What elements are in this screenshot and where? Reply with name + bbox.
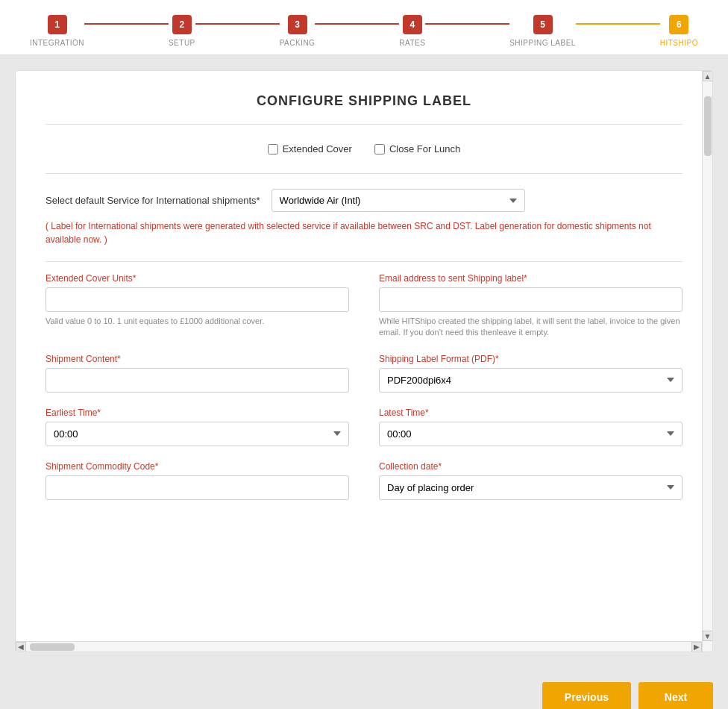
- shipping-label-format-group: Shipping Label Format (PDF)* PDF200dpi6x…: [379, 354, 682, 393]
- commodity-code-input[interactable]: [46, 475, 349, 500]
- step-setup: 2 SETUP: [169, 15, 195, 47]
- collection-date-label: Collection date*: [379, 461, 682, 472]
- divider-1: [46, 124, 682, 125]
- email-address-hint: While HITShipo created the shipping labe…: [379, 316, 682, 339]
- connector-5-6: [576, 23, 660, 25]
- info-text: ( Label for International shipments were…: [46, 219, 682, 246]
- nav-buttons: Previous Next: [0, 667, 728, 709]
- step-circle-4: 4: [403, 15, 422, 34]
- close-for-lunch-label[interactable]: Close For Lunch: [374, 143, 460, 154]
- scroll-up-arrow[interactable]: ▲: [703, 71, 713, 81]
- step-circle-2: 2: [172, 15, 192, 34]
- step-label-shipping: SHIPPING LABEL: [509, 39, 576, 47]
- commodity-code-label: Shipment Commodity Code*: [46, 461, 349, 472]
- step-rates: 4 RATES: [399, 15, 425, 47]
- next-button[interactable]: Next: [638, 682, 713, 709]
- extended-cover-units-input[interactable]: [46, 287, 349, 312]
- scroll-right-arrow[interactable]: ▶: [691, 642, 702, 652]
- close-for-lunch-checkbox[interactable]: [374, 144, 385, 154]
- horizontal-scrollbar[interactable]: ◀ ▶: [16, 641, 702, 652]
- email-address-group: Email address to sent Shipping label* Wh…: [379, 273, 682, 339]
- previous-button[interactable]: Previous: [542, 682, 631, 709]
- earliest-time-select[interactable]: 00:00: [46, 422, 349, 446]
- scroll-thumb[interactable]: [704, 96, 712, 156]
- email-address-label: Email address to sent Shipping label*: [379, 273, 682, 284]
- collection-date-select[interactable]: Day of placing order: [379, 475, 682, 500]
- latest-time-select[interactable]: 00:00: [379, 422, 682, 446]
- latest-time-label: Latest Time*: [379, 407, 682, 418]
- divider-2: [46, 173, 682, 174]
- step-hitshipo: 6 HITSHIPO: [660, 15, 698, 47]
- step-circle-3: 3: [288, 15, 307, 34]
- step-circle-6: 6: [669, 15, 688, 34]
- extended-cover-text: Extended Cover: [283, 143, 352, 154]
- connector-4-5: [425, 23, 509, 25]
- extended-cover-checkbox[interactable]: [268, 144, 278, 154]
- extended-cover-label[interactable]: Extended Cover: [268, 143, 352, 154]
- progress-steps: 1 INTEGRATION 2 SETUP 3 PACKING 4 RATES …: [30, 15, 698, 47]
- step-packing: 3 PACKING: [280, 15, 316, 47]
- step-circle-1: 1: [48, 15, 67, 34]
- content-area: CONFIGURE SHIPPING LABEL Extended Cover …: [16, 71, 712, 522]
- step-label-packing: PACKING: [280, 39, 316, 47]
- latest-time-group: Latest Time* 00:00: [379, 407, 682, 446]
- main-panel: ▲ ▼ ◀ ▶ CONFIGURE SHIPPING LABEL Extende…: [15, 70, 713, 652]
- earliest-time-label: Earliest Time*: [46, 407, 349, 418]
- shipping-label-format-select[interactable]: PDF200dpi6x4: [379, 368, 682, 393]
- connector-2-3: [195, 23, 280, 25]
- extended-cover-units-label: Extended Cover Units*: [46, 273, 349, 284]
- vertical-scrollbar[interactable]: ▲ ▼: [702, 71, 712, 652]
- step-circle-5: 5: [533, 15, 553, 34]
- step-integration: 1 INTEGRATION: [30, 15, 84, 47]
- shipment-content-input[interactable]: [46, 368, 349, 393]
- shipping-label-format-label: Shipping Label Format (PDF)*: [379, 354, 682, 364]
- extended-cover-units-hint: Valid value 0 to 10. 1 unit equates to £…: [46, 316, 349, 327]
- scroll-left-arrow[interactable]: ◀: [16, 642, 26, 652]
- shipment-content-group: Shipment Content*: [46, 354, 349, 393]
- checkboxes-row: Extended Cover Close For Lunch: [46, 136, 682, 162]
- connector-1-2: [84, 23, 169, 25]
- progress-bar: 1 INTEGRATION 2 SETUP 3 PACKING 4 RATES …: [0, 0, 728, 55]
- service-select[interactable]: Worldwide Air (Intl): [272, 189, 525, 212]
- h-scroll-thumb[interactable]: [30, 643, 75, 651]
- step-label-rates: RATES: [399, 39, 425, 47]
- scroll-down-arrow[interactable]: ▼: [703, 631, 713, 641]
- form-grid: Extended Cover Units* Valid value 0 to 1…: [46, 273, 682, 500]
- shipment-content-label: Shipment Content*: [46, 354, 349, 364]
- step-label-integration: INTEGRATION: [30, 39, 84, 47]
- earliest-time-group: Earliest Time* 00:00: [46, 407, 349, 446]
- service-label: Select default Service for International…: [46, 195, 260, 206]
- step-label-hitshipo: HITSHIPO: [660, 39, 698, 47]
- step-shipping-label: 5 SHIPPING LABEL: [509, 15, 576, 47]
- service-row: Select default Service for International…: [46, 189, 682, 212]
- collection-date-group: Collection date* Day of placing order: [379, 461, 682, 500]
- email-address-input[interactable]: [379, 287, 682, 312]
- step-label-setup: SETUP: [169, 39, 195, 47]
- extended-cover-units-group: Extended Cover Units* Valid value 0 to 1…: [46, 273, 349, 339]
- page-title: CONFIGURE SHIPPING LABEL: [46, 93, 682, 109]
- close-for-lunch-text: Close For Lunch: [389, 143, 460, 154]
- commodity-code-group: Shipment Commodity Code*: [46, 461, 349, 500]
- connector-3-4: [315, 23, 399, 25]
- divider-3: [46, 261, 682, 262]
